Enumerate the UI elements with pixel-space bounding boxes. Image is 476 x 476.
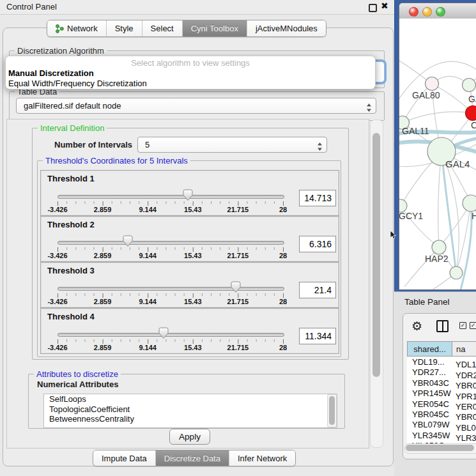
checkbox-checked-icon[interactable]: ✓ xyxy=(470,322,476,329)
scrollbar-thumb[interactable] xyxy=(372,133,380,377)
tab-label: Select xyxy=(151,24,174,33)
cell-shared-name: YBR043C xyxy=(407,378,452,388)
table-data-combobox[interactable]: galFiltered.sif default node xyxy=(16,98,376,114)
slider-handle[interactable] xyxy=(183,189,193,201)
attribute-list-item[interactable]: BetweennessCentrality xyxy=(44,414,337,424)
table-row[interactable]: YDL19...YDL1 xyxy=(407,357,476,367)
table-row[interactable]: YBR043CYBR0 xyxy=(407,378,476,388)
attributes-list-scrollbar[interactable] xyxy=(327,394,337,427)
threshold-1-value[interactable]: 14.713 xyxy=(299,190,336,206)
minimize-traffic-light[interactable] xyxy=(422,7,432,17)
number-of-intervals-label: Number of Intervals xyxy=(54,140,132,150)
tab-infer-network[interactable]: Infer Network xyxy=(229,450,295,466)
threshold-2-value[interactable]: 6.316 xyxy=(299,236,336,252)
threshold-3-slider[interactable]: -3.4262.8599.14415.4321.71528 xyxy=(58,263,284,307)
svg-text:GAL4: GAL4 xyxy=(445,158,470,169)
slider-handle[interactable] xyxy=(231,281,241,293)
threshold-3-panel: Threshold 3 -3.4262.8599.14415.4321.7152… xyxy=(40,262,339,308)
dropdown-option-manual-discretization[interactable]: Manual Discretization xyxy=(8,68,94,78)
tab-select[interactable]: Select xyxy=(142,20,182,36)
network-view-window[interactable]: GAL80GALCGAL11GAL4GCY1HHAP2 xyxy=(399,3,476,290)
table-horizontal-scrollbar[interactable] xyxy=(404,443,476,454)
table-row[interactable]: YLR345WYLR3 xyxy=(407,431,476,441)
table-row[interactable]: YER054CYER0 xyxy=(407,399,476,410)
column-header-shared[interactable]: shared... xyxy=(407,341,452,357)
apply-button[interactable]: Apply xyxy=(169,429,210,445)
slider-tick-label: 2.859 xyxy=(94,252,112,259)
threshold-2-slider[interactable]: -3.4262.8599.14415.4321.71528 xyxy=(58,217,284,261)
column-header-name[interactable]: na xyxy=(452,341,476,357)
tab-network[interactable]: Network xyxy=(47,20,106,36)
slider-tick-label: -3.426 xyxy=(47,298,67,305)
table-row[interactable]: YBR045CYBR0 xyxy=(407,410,476,420)
slider-tick-label: 28 xyxy=(279,252,287,259)
svg-text:H: H xyxy=(472,211,476,221)
attribute-list-item[interactable]: TopologicalCoefficient xyxy=(44,404,337,415)
group-title: Discretization Algorithm xyxy=(15,46,107,56)
slider-tick-label: -3.426 xyxy=(47,344,67,351)
threshold-1-slider[interactable]: -3.4262.8599.14415.4321.71528 xyxy=(58,171,284,215)
tab-jactivemnodules[interactable]: jActiveMNodules xyxy=(247,20,326,36)
slider-tick-label: 15.43 xyxy=(184,206,202,213)
network-icon xyxy=(56,24,64,33)
tab-cyni-toolbox[interactable]: Cyni Toolbox xyxy=(182,20,247,36)
tab-label: Network xyxy=(67,24,98,33)
zoom-traffic-light[interactable] xyxy=(436,7,445,17)
slider-tick-label: 28 xyxy=(279,344,287,351)
slider-track[interactable] xyxy=(58,241,284,245)
threshold-1-panel: Threshold 1 -3.4262.8599.14415.4321.7152… xyxy=(40,170,339,216)
table-row[interactable]: YPR145WYPR1 xyxy=(407,388,476,399)
numerical-attributes-list[interactable]: SelfLoopsTopologicalCoefficientBetweenne… xyxy=(43,394,337,428)
slider-track[interactable] xyxy=(58,287,284,291)
tab-style[interactable]: Style xyxy=(106,20,142,36)
cyni-mode-tabbar: Impute Data Discretize Data Infer Networ… xyxy=(93,450,296,466)
network-window-titlebar[interactable] xyxy=(399,3,476,19)
slider-track[interactable] xyxy=(58,195,284,199)
control-panel-titlebar xyxy=(0,0,395,15)
combobox-value: galFiltered.sif default node xyxy=(24,101,121,111)
close-traffic-light[interactable] xyxy=(409,7,418,17)
tab-discretize-data[interactable]: Discretize Data xyxy=(155,450,229,466)
slider-tick-label: 9.144 xyxy=(139,206,157,213)
slider-handle[interactable] xyxy=(123,235,133,247)
network-canvas[interactable]: GAL80GALCGAL11GAL4GCY1HHAP2 xyxy=(399,19,476,289)
svg-text:C: C xyxy=(471,120,476,130)
split-columns-icon[interactable] xyxy=(436,320,449,332)
network-graph: GAL80GALCGAL11GAL4GCY1HHAP2 xyxy=(399,19,476,289)
threshold-4-value[interactable]: 11.344 xyxy=(299,328,336,344)
control-panel-tabbar: Network Style Select Cyni Toolbox jActiv… xyxy=(47,20,326,37)
slider-track[interactable] xyxy=(58,333,284,337)
scrollbar-thumb[interactable] xyxy=(406,445,474,451)
group-title: Attributes to discretize xyxy=(34,369,121,379)
combobox-value: 5 xyxy=(145,140,150,150)
slider-tick-label: 2.859 xyxy=(94,206,112,213)
slider-tick-labels: -3.4262.8599.14415.4321.71528 xyxy=(58,206,284,215)
svg-text:GAL80: GAL80 xyxy=(412,90,440,100)
slider-handle[interactable] xyxy=(158,327,169,339)
dropdown-option-equal-width[interactable]: Equal Width/Frequency Discretization xyxy=(8,79,147,88)
table-panel-region: Table Panel ⚙ ✓ ✓ shared... na YDL19...Y… xyxy=(394,291,476,476)
table-panel-card: ⚙ ✓ ✓ shared... na YDL19...YDL1YDR27...Y… xyxy=(403,313,476,459)
slider-tick-label: 28 xyxy=(279,206,287,213)
slider-tick-labels: -3.4262.8599.14415.4321.71528 xyxy=(58,252,284,261)
table-row[interactable]: YBL079WYBL0 xyxy=(407,420,476,430)
tab-label: Discretize Data xyxy=(164,454,220,463)
threshold-4-slider[interactable]: -3.4262.8599.14415.4321.71528 xyxy=(58,309,284,353)
table-rows: YDL19...YDL1YDR27...YDR2YBR043CYBR0YPR14… xyxy=(407,357,476,443)
number-of-intervals-combobox[interactable]: 5 xyxy=(137,137,327,153)
cell-shared-name: YER054C xyxy=(407,399,452,410)
checkbox-checked-icon[interactable]: ✓ xyxy=(459,322,466,329)
slider-tick-label: 9.144 xyxy=(139,252,157,259)
tab-impute-data[interactable]: Impute Data xyxy=(93,450,155,466)
attribute-list-item[interactable]: SelfLoops xyxy=(44,394,337,404)
svg-text:GAL11: GAL11 xyxy=(402,126,429,136)
gear-icon[interactable]: ⚙ xyxy=(411,320,422,333)
svg-text:GAL: GAL xyxy=(468,94,476,104)
outer-vertical-scrollbar[interactable] xyxy=(370,119,383,448)
threshold-3-value[interactable]: 21.4 xyxy=(299,282,336,298)
close-icon[interactable]: ✖ xyxy=(381,1,388,11)
float-window-icon[interactable] xyxy=(369,4,377,12)
screenshot-stage: Control Panel ✖ Network Style Select Cyn… xyxy=(0,0,476,476)
scrollbar-thumb[interactable] xyxy=(329,396,335,425)
table-row[interactable]: YDR27...YDR2 xyxy=(407,367,476,378)
